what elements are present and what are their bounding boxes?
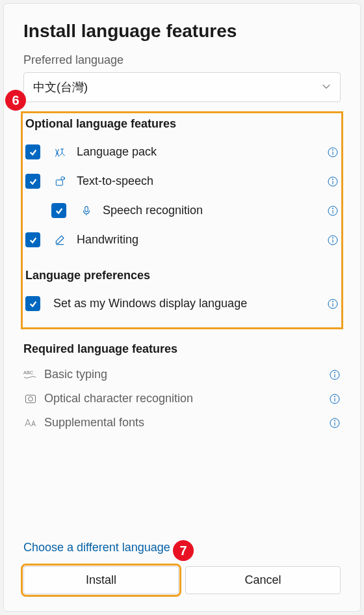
optional-features-title: Optional language features — [23, 117, 341, 137]
info-icon[interactable] — [327, 298, 339, 310]
choose-different-language-link[interactable]: Choose a different language — [23, 541, 170, 554]
required-label: Basic typing — [44, 368, 324, 381]
svg-rect-3 — [56, 180, 62, 185]
svg-point-2 — [332, 149, 333, 150]
svg-point-23 — [334, 372, 335, 372]
info-icon[interactable] — [327, 146, 339, 158]
svg-point-31 — [334, 420, 335, 420]
speech-recognition-checkbox[interactable] — [51, 203, 66, 218]
feature-language-pack: Language pack — [23, 137, 341, 167]
required-features: Required language features ABC Basic typ… — [23, 342, 341, 435]
svg-point-28 — [334, 396, 335, 396]
svg-point-12 — [332, 208, 333, 208]
feature-label: Set as my Windows display language — [53, 297, 322, 310]
info-icon[interactable] — [327, 176, 339, 187]
required-label: Optical character recognition — [44, 392, 324, 405]
chevron-down-icon — [322, 81, 331, 94]
handwriting-checkbox[interactable] — [25, 232, 40, 247]
required-label: Supplemental fonts — [44, 416, 324, 430]
info-icon[interactable] — [327, 234, 339, 246]
info-icon[interactable] — [329, 393, 341, 405]
preferred-language-dropdown[interactable]: 中文(台灣) — [23, 72, 341, 102]
font-icon — [23, 417, 38, 429]
tts-icon — [53, 174, 68, 189]
feature-label: Handwriting — [77, 233, 322, 247]
info-icon[interactable] — [327, 205, 339, 217]
cancel-button[interactable]: Cancel — [185, 566, 341, 594]
svg-point-4 — [61, 176, 64, 180]
button-row: Install Cancel — [23, 566, 341, 594]
abc-icon: ABC — [23, 369, 38, 381]
svg-point-19 — [332, 301, 333, 301]
feature-label: Text-to-speech — [77, 174, 322, 188]
tts-checkbox[interactable] — [25, 174, 40, 189]
language-pack-checkbox[interactable] — [25, 144, 40, 159]
handwriting-icon — [53, 233, 68, 247]
svg-point-7 — [332, 178, 333, 179]
language-icon — [53, 145, 68, 159]
svg-rect-24 — [26, 395, 36, 403]
feature-label: Language pack — [77, 145, 322, 159]
svg-rect-8 — [85, 206, 88, 212]
preferred-language-label: Preferred language — [23, 53, 341, 67]
feature-label: Speech recognition — [103, 204, 322, 217]
svg-text:ABC: ABC — [23, 370, 34, 376]
callout-badge-7: 7 — [173, 540, 194, 561]
display-language-checkbox[interactable] — [25, 296, 40, 311]
dropdown-value: 中文(台灣) — [33, 79, 88, 95]
info-icon[interactable] — [329, 417, 341, 429]
info-icon[interactable] — [329, 369, 341, 381]
install-language-dialog: Install language features Preferred lang… — [3, 3, 361, 612]
required-ocr: Optical character recognition — [23, 387, 341, 411]
mic-icon — [79, 204, 94, 218]
feature-display-language: Set as my Windows display language — [23, 289, 341, 318]
install-button[interactable]: Install — [23, 566, 179, 594]
dialog-title: Install language features — [23, 21, 341, 42]
feature-handwriting: Handwriting — [23, 225, 341, 254]
required-features-title: Required language features — [23, 342, 341, 362]
required-fonts: Supplemental fonts — [23, 411, 341, 435]
feature-tts: Text-to-speech — [23, 167, 341, 196]
language-preferences-title: Language preferences — [23, 269, 341, 289]
svg-point-25 — [29, 396, 33, 401]
callout-badge-6: 6 — [5, 90, 26, 111]
svg-point-16 — [332, 237, 333, 238]
ocr-icon — [23, 392, 38, 405]
feature-speech-recognition: Speech recognition — [23, 196, 341, 225]
highlighted-options: Optional language features Language pack — [21, 111, 343, 329]
required-basic-typing: ABC Basic typing — [23, 362, 341, 387]
